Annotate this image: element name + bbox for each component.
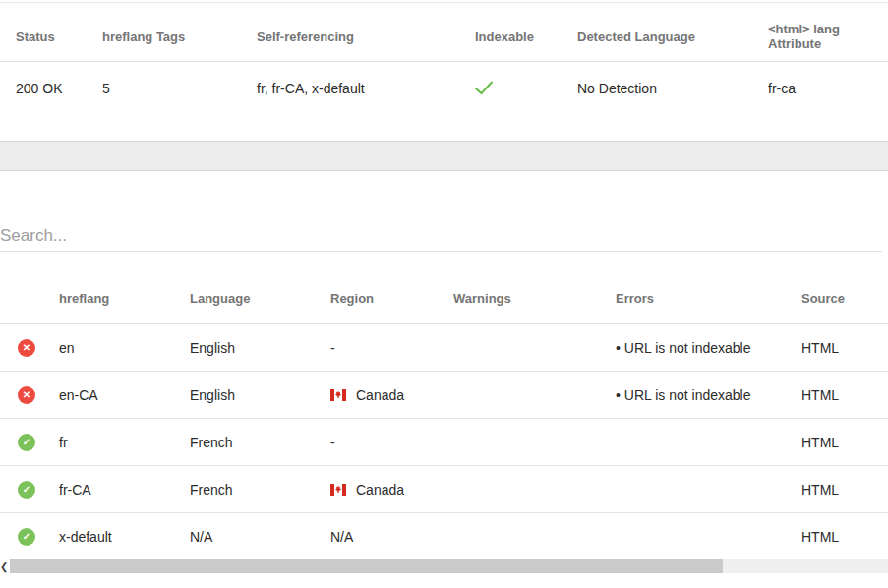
- self-referencing-value: fr, fr-CA, x-default: [257, 81, 458, 96]
- summary-col-lang-attribute: <html> lang Attribute: [768, 22, 888, 51]
- table-row: ✓ fr French - HTML: [0, 419, 888, 466]
- region-value: -: [330, 435, 453, 450]
- canada-flag-icon: [330, 484, 346, 496]
- horizontal-scrollbar: ❮: [0, 559, 888, 574]
- language-value: English: [190, 340, 330, 356]
- hreflang-col-region[interactable]: Region: [330, 291, 453, 306]
- summary-table-header: Status hreflang Tags Self-referencing In…: [0, 0, 888, 61]
- search-bar: [0, 220, 882, 252]
- region-value: Canada: [356, 387, 404, 403]
- error-icon: ✕: [18, 339, 35, 357]
- hreflang-col-source[interactable]: Source: [801, 291, 888, 306]
- scrollbar-track[interactable]: [10, 559, 888, 573]
- hreflang-value: fr: [59, 435, 190, 450]
- table-row: ✓ fr-CA French Canada HTML: [0, 466, 888, 513]
- errors-cell: URL is not indexable: [594, 340, 801, 356]
- hreflang-col-hreflang[interactable]: hreflang: [59, 291, 190, 306]
- hreflang-value: en: [59, 340, 190, 356]
- hreflang-table-body: ✕ en English - URL is not indexable HTML…: [0, 324, 888, 560]
- ok-icon: ✓: [18, 481, 35, 499]
- section-separator-band: [0, 141, 888, 171]
- language-value: N/A: [190, 529, 330, 545]
- status-value: 200 OK: [0, 81, 102, 96]
- hreflang-value: en-CA: [59, 387, 190, 403]
- region-cell: Canada: [330, 387, 453, 403]
- hreflang-report-panel: Status hreflang Tags Self-referencing In…: [0, 0, 888, 588]
- language-value: French: [190, 482, 330, 498]
- summary-col-detected-language: Detected Language: [577, 29, 768, 44]
- hreflang-value: fr-CA: [59, 482, 190, 498]
- source-value: HTML: [801, 387, 888, 403]
- source-value: HTML: [801, 529, 888, 545]
- hreflang-col-language[interactable]: Language: [190, 291, 330, 306]
- search-input[interactable]: [0, 220, 882, 252]
- summary-table-row: 200 OK 5 fr, fr-CA, x-default No Detecti…: [0, 62, 888, 141]
- lang-attribute-value: fr-ca: [768, 81, 888, 96]
- source-value: HTML: [801, 340, 888, 356]
- summary-col-hreflang-tags: hreflang Tags: [102, 29, 257, 44]
- region-value: -: [330, 340, 453, 356]
- table-row: ✕ en-CA English Canada URL is not indexa…: [0, 372, 888, 419]
- summary-col-status: Status: [0, 29, 102, 44]
- canada-flag-icon: [330, 389, 346, 401]
- language-value: French: [190, 435, 330, 450]
- hreflang-tags-count: 5: [102, 81, 257, 96]
- ok-icon: ✓: [18, 434, 35, 451]
- errors-cell: URL is not indexable: [594, 387, 801, 403]
- check-icon: [475, 83, 493, 98]
- error-item: URL is not indexable: [616, 387, 801, 403]
- ok-icon: ✓: [18, 528, 35, 546]
- source-value: HTML: [801, 435, 888, 450]
- scroll-left-arrow-icon[interactable]: ❮: [0, 559, 10, 573]
- error-item: URL is not indexable: [616, 340, 801, 356]
- hreflang-table-header: hreflang Language Region Warnings Errors…: [0, 252, 888, 324]
- table-row: ✓ x-default N/A N/A HTML: [0, 513, 888, 560]
- language-value: English: [190, 387, 330, 403]
- summary-col-indexable: Indexable: [458, 29, 577, 44]
- table-row: ✕ en English - URL is not indexable HTML: [0, 324, 888, 372]
- indexable-cell: [458, 81, 577, 98]
- region-cell: Canada: [330, 482, 453, 498]
- region-value: Canada: [356, 482, 404, 498]
- scrollbar-thumb[interactable]: [10, 559, 723, 573]
- hreflang-col-errors[interactable]: Errors: [594, 291, 801, 306]
- source-value: HTML: [801, 482, 888, 498]
- detected-language-value: No Detection: [577, 81, 768, 96]
- hreflang-value: x-default: [59, 529, 190, 545]
- error-icon: ✕: [18, 386, 35, 404]
- summary-col-self-referencing: Self-referencing: [257, 29, 458, 44]
- region-value: N/A: [330, 529, 453, 545]
- hreflang-col-warnings[interactable]: Warnings: [453, 291, 594, 306]
